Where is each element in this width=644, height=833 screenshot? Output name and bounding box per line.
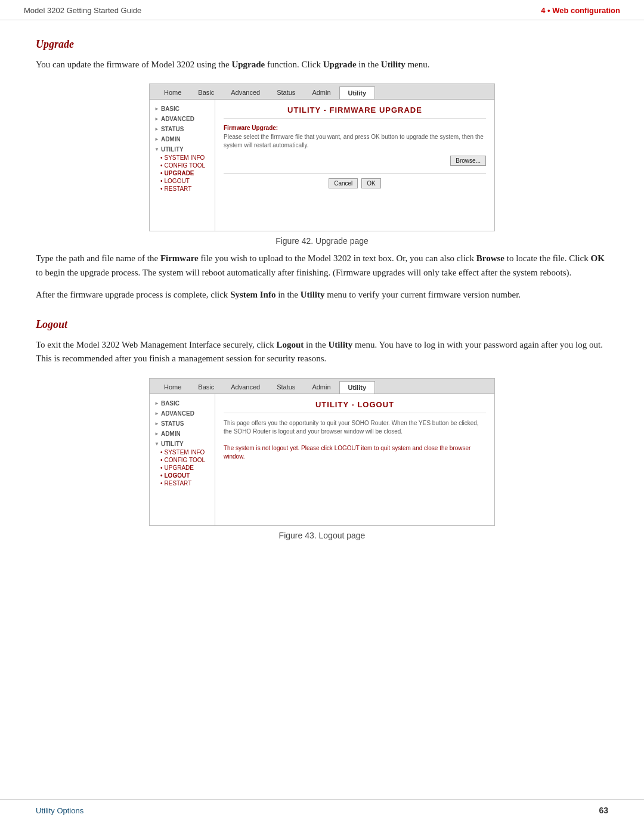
firmware-label: Firmware Upgrade: [224,125,486,131]
logout-sidebar-config-tool[interactable]: CONFIG TOOL [154,457,210,463]
nav-home[interactable]: Home [156,86,190,99]
main-content: Upgrade You can update the firmware of M… [0,20,644,581]
logout-figure-caption: Figure 43. Logout page [279,531,366,540]
sidebar-upgrade[interactable]: UPGRADE [154,170,210,176]
nav-admin[interactable]: Admin [304,86,339,99]
logout-sidebar-utility[interactable]: ▼ UTILITY [154,441,210,447]
upgrade-router-ui: Home Basic Advanced Status Admin Utility… [149,83,495,231]
nav-utility[interactable]: Utility [339,86,376,99]
sidebar-system-info[interactable]: SYSTEM INFO [154,154,210,161]
firmware-desc: Please select the firmware file that you… [224,133,486,150]
logout-sidebar-logout[interactable]: LOGOUT [154,472,210,479]
sidebar-utility[interactable]: ▼ UTILITY [154,146,210,153]
logout-nav-utility[interactable]: Utility [339,381,376,394]
upgrade-figure-caption: Figure 42. Upgrade page [275,236,369,246]
logout-sidebar: ► BASIC ► ADVANCED ► STATUS ► ADMIN ▼ UT [150,394,215,525]
sidebar-restart[interactable]: RESTART [154,185,210,192]
logout-router-body: ► BASIC ► ADVANCED ► STATUS ► ADMIN ▼ UT [150,394,494,525]
logout-sidebar-advanced[interactable]: ► ADVANCED [154,410,210,417]
sidebar-admin[interactable]: ► ADMIN [154,136,210,143]
logout-sidebar-basic[interactable]: ► BASIC [154,400,210,407]
upgrade-router-body: ► BASIC ► ADVANCED ► STATUS ► ADMIN ▼ UT [150,100,494,231]
upgrade-figure: Home Basic Advanced Status Admin Utility… [36,83,608,246]
logout-sidebar-restart[interactable]: RESTART [154,480,210,487]
footer-left-text: Utility Options [36,806,83,815]
upgrade-nav: Home Basic Advanced Status Admin Utility [150,84,494,100]
logout-nav: Home Basic Advanced Status Admin Utility [150,379,494,394]
upgrade-page-title: UTILITY - FIRMWARE UPGRADE [224,106,486,119]
upgrade-body1: You can update the firmware of Model 320… [36,58,608,72]
guide-title: Model 3202 Getting Started Guide [24,6,141,15]
logout-sidebar-status[interactable]: ► STATUS [154,420,210,427]
ok-button[interactable]: OK [361,178,380,188]
logout-nav-admin[interactable]: Admin [304,381,339,394]
browse-button[interactable]: Browse... [450,156,486,166]
nav-basic[interactable]: Basic [190,86,222,99]
sidebar-status[interactable]: ► STATUS [154,126,210,132]
page-header: Model 3202 Getting Started Guide 4 • Web… [0,0,644,20]
chapter-title: 4 • Web configuration [541,6,620,15]
logout-router-ui: Home Basic Advanced Status Admin Utility… [149,378,495,526]
logout-nav-basic[interactable]: Basic [190,381,222,394]
sidebar-advanced[interactable]: ► ADVANCED [154,116,210,122]
logout-section: Logout To exit the Model 3202 Web Manage… [36,318,608,540]
action-row: Cancel OK [224,178,486,188]
logout-page-title: UTILITY - LOGOUT [224,400,486,413]
upgrade-heading: Upgrade [36,38,608,51]
logout-figure: Home Basic Advanced Status Admin Utility… [36,378,608,540]
logout-body1: To exit the Model 3202 Web Management In… [36,338,608,366]
upgrade-main-panel: UTILITY - FIRMWARE UPGRADE Firmware Upgr… [215,100,494,231]
upgrade-sidebar: ► BASIC ► ADVANCED ► STATUS ► ADMIN ▼ UT [150,100,215,231]
sidebar-logout[interactable]: LOGOUT [154,178,210,184]
logout-main-panel: UTILITY - LOGOUT This page offers you th… [215,394,494,525]
footer-page-number: 63 [599,806,608,815]
browse-row: Browse... [224,156,486,166]
sidebar-config-tool[interactable]: CONFIG TOOL [154,162,210,169]
logout-nav-home[interactable]: Home [156,381,190,394]
page-footer: Utility Options 63 [0,799,644,815]
logout-sidebar-admin[interactable]: ► ADMIN [154,431,210,437]
logout-nav-advanced[interactable]: Advanced [222,381,268,394]
logout-nav-status[interactable]: Status [268,381,304,394]
logout-sidebar-upgrade[interactable]: UPGRADE [154,465,210,471]
separator [224,173,486,174]
sidebar-basic[interactable]: ► BASIC [154,106,210,112]
logout-description: This page offers you the opportunity to … [224,419,486,436]
upgrade-body2: Type the path and file name of the Firmw… [36,252,608,280]
logout-status: The system is not logout yet. Please cli… [224,444,486,461]
logout-sidebar-system-info[interactable]: SYSTEM INFO [154,449,210,456]
upgrade-body3: After the firmware upgrade process is co… [36,288,608,302]
nav-status[interactable]: Status [268,86,304,99]
upgrade-section: Upgrade You can update the firmware of M… [36,38,608,302]
nav-advanced[interactable]: Advanced [222,86,268,99]
cancel-button[interactable]: Cancel [329,178,358,188]
logout-heading: Logout [36,318,608,331]
